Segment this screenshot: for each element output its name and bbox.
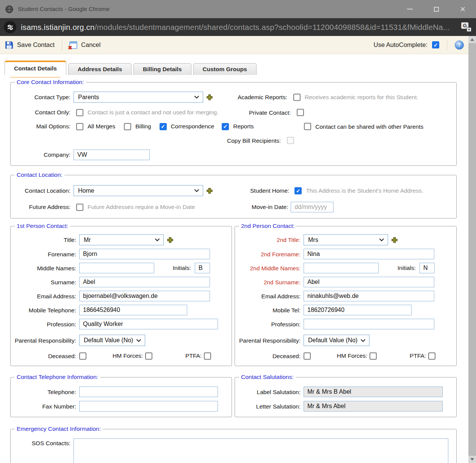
p1-parental-label: Parental Responsibility: bbox=[14, 337, 76, 344]
close-button[interactable]: ✕ bbox=[449, 0, 476, 18]
p1-parental-value: Default Value (No) bbox=[84, 337, 133, 344]
student-home-checkbox[interactable] bbox=[294, 187, 302, 194]
p1-profession-input[interactable] bbox=[79, 319, 218, 329]
scroll-up-button[interactable] bbox=[468, 36, 476, 43]
mail-correspondence-checkbox[interactable] bbox=[160, 123, 167, 130]
site-permissions-icon[interactable] bbox=[4, 21, 16, 33]
tab-billing-details[interactable]: Billing Details bbox=[133, 63, 191, 75]
p2-email-label: Email Address: bbox=[238, 293, 301, 300]
close-icon: ✕ bbox=[460, 6, 466, 13]
p2-mobile-input[interactable] bbox=[304, 305, 412, 315]
vertical-scrollbar[interactable] bbox=[468, 36, 476, 463]
chevron-down-icon bbox=[136, 339, 141, 342]
shared-with-parents-label: Contact can be shared with other Parents bbox=[315, 123, 423, 130]
p2-hm-forces-checkbox[interactable] bbox=[370, 352, 377, 360]
p1-title-select[interactable]: Mr bbox=[79, 234, 164, 245]
p2-surname-input[interactable] bbox=[304, 277, 434, 287]
url-text[interactable]: isams.istianjin.org.cn/modules/studentma… bbox=[21, 23, 457, 32]
mail-reports-label: Reports bbox=[233, 123, 254, 130]
p2-profession-input[interactable] bbox=[304, 319, 434, 329]
p2-ptfa-checkbox[interactable] bbox=[428, 352, 435, 360]
p1-initials-input[interactable] bbox=[195, 263, 210, 273]
cancel-label: Cancel bbox=[81, 41, 100, 48]
tab-address-details[interactable]: Address Details bbox=[68, 63, 132, 75]
help-icon[interactable]: ? bbox=[455, 41, 464, 50]
p1-ptfa-label: PTFA: bbox=[185, 352, 202, 359]
p2-title-label: 2nd Title: bbox=[238, 236, 301, 243]
cancel-button[interactable]: ✖ Cancel bbox=[69, 41, 100, 49]
add-location-icon[interactable] bbox=[207, 188, 213, 194]
future-address-checkbox[interactable] bbox=[76, 204, 83, 211]
browser-address-bar: isams.istianjin.org.cn/modules/studentma… bbox=[0, 18, 476, 36]
person1-legend: 1st Person Contact: bbox=[15, 223, 70, 229]
mail-all-merges-checkbox[interactable] bbox=[76, 123, 83, 130]
scroll-up-icon bbox=[470, 38, 474, 41]
p1-email-input[interactable] bbox=[79, 291, 210, 301]
copy-bill-recipients-label: Copy Bill Recipients: bbox=[227, 137, 281, 144]
p1-surname-input[interactable] bbox=[79, 277, 210, 287]
scroll-down-button[interactable] bbox=[468, 456, 476, 463]
mail-correspondence-label: Correspondence bbox=[171, 123, 215, 130]
p2-email-input[interactable] bbox=[304, 291, 434, 301]
telephone-legend: Contact Telephone Information: bbox=[15, 374, 100, 380]
move-in-date-input[interactable] bbox=[291, 202, 334, 212]
form-toolbar: Save Contact ✖ Cancel Use AutoComplete: … bbox=[0, 36, 476, 54]
p1-forename-input[interactable] bbox=[79, 249, 210, 259]
contact-only-checkbox[interactable] bbox=[76, 109, 83, 116]
contact-type-label: Contact Type: bbox=[14, 94, 70, 101]
p2-title-select[interactable]: Mrs bbox=[304, 234, 388, 245]
toolbar-separator bbox=[62, 39, 62, 51]
p2-initials-input[interactable] bbox=[420, 263, 435, 273]
cancel-x-glyph: ✖ bbox=[68, 45, 72, 50]
p2-middle-names-input[interactable] bbox=[304, 263, 379, 273]
p2-surname-label: 2nd Surname: bbox=[238, 279, 301, 286]
p1-hm-forces-checkbox[interactable] bbox=[145, 352, 152, 360]
use-autocomplete-checkbox[interactable] bbox=[432, 41, 439, 48]
academic-reports-checkbox[interactable] bbox=[293, 94, 301, 101]
move-in-date-label: Move-in Date: bbox=[252, 204, 288, 210]
contact-type-select[interactable]: Parents bbox=[74, 92, 203, 103]
p2-forename-input[interactable] bbox=[304, 249, 434, 259]
p1-mobile-input[interactable] bbox=[79, 305, 187, 315]
core-legend: Core Contact Information: bbox=[15, 79, 86, 86]
minimize-button[interactable] bbox=[396, 0, 423, 18]
contact-location-value: Home bbox=[78, 187, 94, 194]
contact-telephone-section: Contact Telephone Information: Telephone… bbox=[10, 374, 232, 417]
sos-contacts-label: SOS Contacts: bbox=[14, 440, 70, 447]
p1-middle-names-label: Middle Names: bbox=[14, 265, 76, 272]
p2-add-title-icon[interactable] bbox=[391, 237, 398, 243]
chevron-down-icon bbox=[379, 238, 384, 242]
fax-number-input[interactable] bbox=[79, 401, 218, 412]
mail-billing-checkbox[interactable] bbox=[124, 123, 131, 130]
p1-deceased-checkbox[interactable] bbox=[79, 352, 86, 360]
p1-parental-select[interactable]: Default Value (No) bbox=[79, 335, 145, 346]
contact-location-section: Contact Location: Contact Location: Home… bbox=[10, 171, 457, 218]
tab-contact-details[interactable]: Contact Details bbox=[5, 61, 66, 75]
chevron-down-icon bbox=[194, 95, 199, 99]
contact-location-select[interactable]: Home bbox=[74, 185, 203, 196]
p1-add-title-icon[interactable] bbox=[167, 237, 173, 243]
telephone-input[interactable] bbox=[79, 387, 218, 397]
second-person-contact-section: 2nd Person Contact: 2nd Title: Mrs 2nd F… bbox=[235, 223, 457, 366]
translate-icon[interactable]: G ▾ bbox=[461, 22, 471, 32]
company-input[interactable] bbox=[74, 150, 150, 160]
private-contact-checkbox[interactable] bbox=[297, 109, 304, 116]
p1-mobile-label: Mobile Telephone: bbox=[14, 307, 76, 314]
mail-reports-checkbox[interactable] bbox=[222, 123, 229, 130]
contact-details-panel: Core Contact Information: Contact Type: … bbox=[10, 79, 457, 463]
tab-custom-groups[interactable]: Custom Groups bbox=[193, 63, 257, 75]
p1-middle-names-input[interactable] bbox=[79, 263, 154, 273]
maximize-button[interactable] bbox=[423, 0, 449, 18]
shared-with-parents-checkbox[interactable] bbox=[304, 123, 311, 130]
future-address-label: Future Address: bbox=[14, 204, 70, 210]
sos-contacts-textarea[interactable] bbox=[74, 438, 448, 463]
save-contact-button[interactable]: Save Contact bbox=[5, 41, 55, 49]
p2-parental-select[interactable]: Default Value (No) bbox=[304, 335, 370, 346]
mail-options-label: Mail Options: bbox=[14, 123, 70, 130]
p2-deceased-checkbox[interactable] bbox=[304, 352, 311, 360]
p1-profession-label: Profession: bbox=[14, 321, 76, 328]
academic-reports-help: Receives academic reports for this Stude… bbox=[305, 94, 418, 101]
add-contact-type-icon[interactable] bbox=[207, 94, 213, 100]
p1-ptfa-checkbox[interactable] bbox=[204, 352, 211, 360]
emergency-legend: Emergency Contact Information: bbox=[15, 426, 103, 432]
